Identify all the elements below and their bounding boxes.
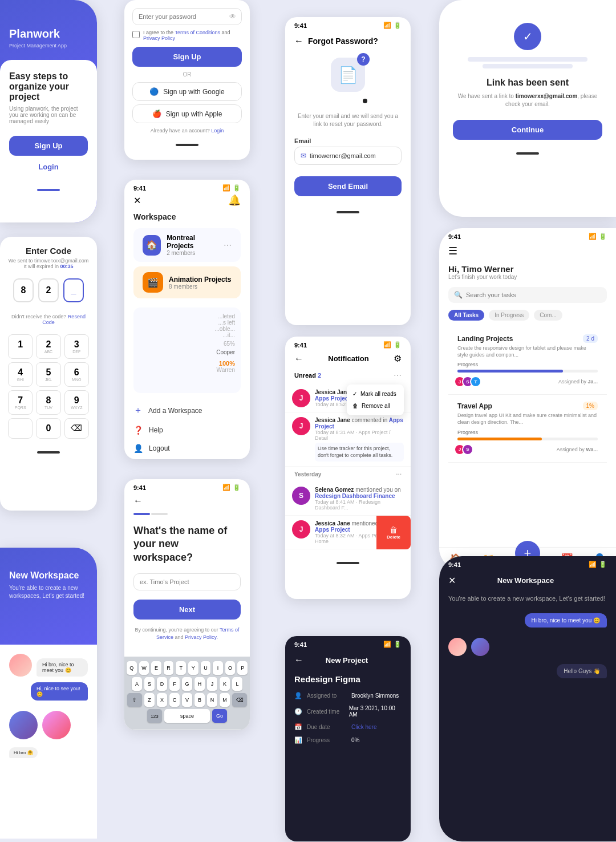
key-m[interactable]: M: [220, 693, 230, 707]
back-np-icon[interactable]: ←: [294, 655, 303, 665]
check-circle-icon: ✓: [523, 30, 533, 43]
task-card-1[interactable]: Landing Projects 2 d Create the responsi…: [448, 327, 607, 395]
np-progress: 📊 Progress 0%: [294, 736, 402, 744]
delete-swipe-button[interactable]: 🗑 Delete: [376, 516, 411, 549]
chat-bubble-2: Hi, nice to see you! 😊: [31, 682, 88, 701]
mark-all-reads[interactable]: ✓ Mark all reads: [347, 388, 404, 400]
more-yesterday[interactable]: ⋯: [396, 471, 402, 477]
back-icon[interactable]: ←: [133, 496, 143, 505]
continue-button[interactable]: Continue: [453, 120, 602, 140]
bell-icon[interactable]: 🔔: [228, 194, 241, 207]
close-nwd-icon[interactable]: ✕: [448, 575, 456, 586]
key-c[interactable]: C: [169, 693, 180, 707]
key-l[interactable]: L: [232, 677, 242, 691]
num-2[interactable]: 2 ABC: [36, 334, 60, 359]
back-fp-icon[interactable]: ←: [294, 36, 303, 46]
task-1-assign-text: Assigned by Ja...: [558, 379, 598, 384]
tab-completed[interactable]: Com...: [534, 310, 562, 321]
key-k[interactable]: K: [220, 677, 230, 691]
code-digit-2[interactable]: 2: [38, 278, 59, 302]
next-button[interactable]: Next: [133, 600, 241, 620]
num-9[interactable]: 9 WXYZ: [64, 390, 89, 415]
key-123[interactable]: 123: [147, 709, 162, 723]
code-digit-1[interactable]: 8: [13, 278, 34, 302]
key-r[interactable]: R: [164, 661, 174, 675]
key-h[interactable]: H: [194, 677, 205, 691]
logout-item[interactable]: 👤 Logout: [133, 439, 241, 458]
key-s[interactable]: S: [144, 677, 155, 691]
key-e[interactable]: E: [151, 661, 161, 675]
fp-title: Forgot Password?: [308, 37, 378, 46]
password-input[interactable]: [132, 8, 242, 25]
add-workspace-item[interactable]: ＋ Add a Workspace: [133, 400, 241, 421]
key-delete[interactable]: ⌫: [232, 693, 247, 707]
tab-all-tasks[interactable]: All Tasks: [448, 310, 484, 321]
key-w[interactable]: W: [139, 661, 149, 675]
login-link[interactable]: Login: [211, 128, 224, 133]
key-t[interactable]: T: [176, 661, 186, 675]
task-2-desc: Design travel app UI Kit and make sure c…: [457, 412, 598, 426]
task-2-title: Travel App: [457, 402, 492, 410]
close-icon[interactable]: ✕: [133, 195, 141, 206]
num-3[interactable]: 3 DEF: [64, 334, 89, 359]
tab-in-progress[interactable]: In Progress: [489, 310, 529, 321]
workspace-name-input[interactable]: [133, 573, 241, 590]
key-q[interactable]: Q: [127, 661, 137, 675]
status-bar-notif: 9:41 📶🔋: [285, 337, 411, 351]
trash-icon: 🗑: [352, 403, 358, 409]
apple-icon: 🍎: [152, 110, 161, 118]
more-icon[interactable]: ⋯: [224, 241, 232, 250]
task-card-2[interactable]: Travel App 1% Design travel app UI Kit a…: [448, 395, 607, 462]
signup-button[interactable]: Sign Up: [132, 47, 242, 67]
key-p[interactable]: P: [237, 661, 248, 675]
key-b[interactable]: B: [194, 693, 205, 707]
settings-icon[interactable]: ⚙: [394, 353, 402, 364]
workspace-item-montreal[interactable]: 🏠 Montreal Projects 2 members ⋯: [133, 228, 241, 262]
notification-screen: 9:41 📶🔋 ← Notification ⚙ Unread 2 ⋯ J Je…: [285, 337, 411, 599]
key-space[interactable]: space: [164, 709, 210, 723]
remove-all-btn[interactable]: 🗑 Remove all: [347, 400, 404, 412]
num-4[interactable]: 4 GHI: [8, 362, 33, 387]
key-y[interactable]: Y: [188, 661, 198, 675]
notif-popup-menu[interactable]: ✓ Mark all reads 🗑 Remove all: [347, 384, 404, 415]
key-i[interactable]: I: [213, 661, 223, 675]
key-f[interactable]: F: [169, 677, 180, 691]
google-signup-button[interactable]: 🔵 Sign up with Google: [132, 82, 242, 101]
fp-illustration: 📄 ?: [294, 58, 402, 103]
help-item[interactable]: ❓ Help: [133, 421, 241, 439]
key-n[interactable]: N: [207, 693, 217, 707]
hamburger-icon[interactable]: ☰: [448, 245, 457, 257]
num-7[interactable]: 7 PQRS: [8, 390, 33, 415]
key-z[interactable]: Z: [144, 693, 155, 707]
enter-code-title: Enter Code: [8, 246, 89, 256]
key-g[interactable]: G: [182, 677, 192, 691]
more-notif-icon[interactable]: ⋯: [394, 371, 402, 380]
send-email-button[interactable]: Send Email: [294, 176, 402, 196]
code-digit-3[interactable]: _: [63, 278, 84, 302]
key-d[interactable]: D: [157, 677, 167, 691]
num-delete[interactable]: ⌫: [64, 418, 89, 439]
key-shift[interactable]: ⇧: [127, 693, 142, 707]
key-u[interactable]: U: [201, 661, 211, 675]
key-j[interactable]: J: [207, 677, 217, 691]
key-go[interactable]: Go: [212, 709, 227, 723]
num-8[interactable]: 8 TUV: [36, 390, 60, 415]
key-o[interactable]: O: [225, 661, 236, 675]
terms-checkbox[interactable]: [132, 31, 140, 38]
person-icon: 👤: [294, 692, 302, 699]
apple-signup-button[interactable]: 🍎 Sign up with Apple: [132, 104, 242, 123]
num-0[interactable]: 0: [36, 418, 60, 439]
task-1-badge: 2 d: [583, 334, 598, 343]
key-a[interactable]: A: [132, 677, 142, 691]
splash-signup-button[interactable]: Sign Up: [9, 136, 88, 156]
splash-login-button[interactable]: Login: [9, 163, 88, 171]
search-input[interactable]: [466, 292, 601, 298]
workspace-item-animation[interactable]: 🎬 Animation Projects 8 members: [133, 266, 241, 298]
back-notif-icon[interactable]: ←: [294, 354, 303, 364]
key-x[interactable]: X: [157, 693, 167, 707]
due-date-link[interactable]: Click here: [351, 724, 376, 730]
key-v[interactable]: V: [182, 693, 192, 707]
num-1[interactable]: 1: [8, 334, 33, 359]
num-6[interactable]: 6 MNO: [64, 362, 89, 387]
num-5[interactable]: 5 JKL: [36, 362, 60, 387]
